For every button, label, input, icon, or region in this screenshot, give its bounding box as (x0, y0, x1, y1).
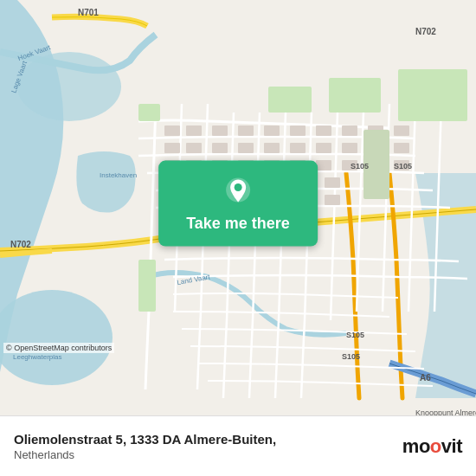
svg-rect-48 (268, 87, 312, 113)
svg-rect-6 (238, 125, 254, 136)
svg-rect-47 (138, 104, 160, 121)
svg-rect-7 (264, 125, 280, 136)
address-block: Oliemolenstraat 5, 1333 DA Almere-Buiten… (14, 432, 276, 461)
svg-point-69 (234, 183, 241, 191)
svg-text:Instekhaven: Instekhaven (100, 171, 137, 179)
button-label: Take me there (186, 215, 290, 233)
svg-rect-14 (186, 143, 202, 153)
svg-rect-5 (212, 125, 228, 136)
svg-rect-4 (186, 125, 202, 136)
footer: Oliemolenstraat 5, 1333 DA Almere-Buiten… (0, 415, 476, 476)
take-me-there-button[interactable]: Take me there (158, 161, 318, 247)
svg-rect-46 (325, 195, 340, 205)
svg-text:S105: S105 (346, 331, 364, 339)
svg-rect-49 (329, 78, 381, 113)
svg-rect-39 (325, 177, 340, 188)
svg-rect-13 (164, 143, 180, 153)
location-pin-icon (222, 177, 254, 208)
address-line1: Oliemolenstraat 5, 1333 DA Almere-Buiten… (14, 432, 276, 447)
svg-rect-12 (394, 125, 409, 136)
svg-rect-17 (264, 143, 280, 153)
svg-rect-8 (290, 125, 306, 136)
svg-point-1 (17, 52, 121, 121)
svg-rect-15 (212, 143, 228, 153)
svg-rect-9 (316, 125, 331, 136)
svg-text:N702: N702 (10, 240, 31, 249)
svg-rect-52 (138, 260, 156, 312)
map-container: N701 N702 N702 S105 S105 S105 S105 A6 Kn… (0, 0, 476, 415)
svg-rect-22 (394, 143, 409, 153)
svg-text:S105: S105 (351, 162, 369, 170)
svg-text:N702: N702 (415, 27, 436, 36)
svg-rect-10 (342, 125, 357, 136)
svg-rect-3 (164, 125, 180, 136)
svg-rect-20 (342, 143, 357, 153)
moovit-logo: moovit (402, 435, 462, 458)
svg-text:S105: S105 (394, 162, 412, 170)
button-overlay: Take me there (158, 161, 318, 247)
address-line2: Netherlands (14, 448, 276, 461)
svg-rect-18 (290, 143, 306, 153)
svg-rect-50 (398, 69, 467, 121)
svg-text:Leeghwaterplas: Leeghwaterplas (13, 353, 61, 361)
svg-rect-29 (316, 160, 331, 170)
osm-attribution: © OpenStreetMap contributors (3, 343, 114, 353)
svg-text:N701: N701 (78, 8, 99, 17)
svg-rect-16 (238, 143, 254, 153)
svg-text:A6: A6 (420, 373, 431, 383)
svg-rect-19 (316, 143, 331, 153)
moovit-logo-text: moovit (402, 435, 462, 458)
svg-text:Knooppunt Almere: Knooppunt Almere (415, 408, 476, 415)
svg-text:S105: S105 (342, 352, 360, 361)
